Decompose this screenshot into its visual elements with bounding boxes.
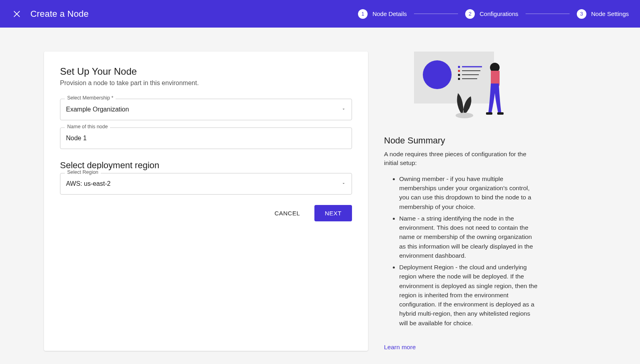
- node-name-field: Name of this node: [60, 127, 352, 149]
- learn-more-link[interactable]: Learn more: [384, 344, 416, 350]
- svg-rect-13: [486, 112, 492, 115]
- node-name-field-label: Name of this node: [65, 124, 110, 129]
- region-value: AWS: us-east-2: [66, 180, 110, 187]
- step-connector: [526, 14, 570, 14]
- svg-rect-6: [458, 74, 460, 76]
- page-title: Create a Node: [30, 9, 89, 19]
- membership-field: Select Membership * Example Organization: [60, 99, 352, 120]
- list-item: Name - a string identifying the node in …: [399, 214, 540, 260]
- node-name-input-wrapper: [60, 127, 352, 149]
- summary-list: Owning member - if you have multiple mem…: [384, 174, 540, 328]
- sidebar: Node Summary A node requires three piece…: [384, 52, 540, 351]
- next-button[interactable]: NEXT: [314, 205, 352, 221]
- step-node-settings[interactable]: 3 Node Settings: [577, 9, 629, 19]
- stepper: 1 Node Details 2 Configurations 3 Node S…: [358, 9, 629, 19]
- form-actions: CANCEL NEXT: [60, 205, 352, 221]
- chevron-down-icon: [341, 106, 346, 113]
- svg-rect-4: [458, 66, 460, 68]
- step-node-details[interactable]: 1 Node Details: [358, 9, 407, 19]
- close-icon[interactable]: [11, 8, 22, 20]
- region-field-label: Select Region: [65, 169, 101, 175]
- summary-heading: Node Summary: [384, 135, 540, 146]
- step-number: 2: [465, 9, 475, 19]
- chevron-down-icon: [341, 180, 346, 187]
- step-label: Configurations: [480, 10, 518, 17]
- step-label: Node Details: [372, 10, 407, 17]
- membership-value: Example Organization: [66, 106, 129, 113]
- svg-rect-14: [497, 112, 504, 115]
- step-connector: [414, 14, 458, 14]
- svg-point-3: [423, 60, 452, 89]
- step-number: 3: [577, 9, 586, 19]
- card-subtitle: Provision a node to take part in this en…: [60, 80, 352, 87]
- list-item: Owning member - if you have multiple mem…: [399, 174, 540, 211]
- region-field: Select Region AWS: us-east-2: [60, 173, 352, 195]
- cancel-button[interactable]: CANCEL: [272, 206, 302, 221]
- node-name-input[interactable]: [66, 135, 346, 142]
- membership-field-label: Select Membership *: [65, 95, 116, 101]
- app-bar: Create a Node 1 Node Details 2 Configura…: [0, 0, 640, 28]
- step-number: 1: [358, 9, 368, 19]
- summary-illustration-icon: [402, 52, 522, 127]
- step-label: Node Settings: [591, 10, 629, 17]
- form-card: Set Up Your Node Provision a node to tak…: [44, 52, 368, 351]
- svg-rect-7: [458, 78, 460, 80]
- membership-select[interactable]: Example Organization: [60, 99, 352, 120]
- region-section-heading: Select deployment region: [60, 160, 352, 171]
- region-select[interactable]: AWS: us-east-2: [60, 173, 352, 195]
- step-configurations[interactable]: 2 Configurations: [465, 9, 518, 19]
- svg-point-15: [456, 113, 473, 118]
- list-item: Deployment Region - the cloud and underl…: [399, 263, 540, 328]
- card-heading: Set Up Your Node: [60, 66, 352, 77]
- main-content: Set Up Your Node Provision a node to tak…: [0, 28, 584, 364]
- summary-intro: A node requires three pieces of configur…: [384, 150, 540, 168]
- svg-rect-5: [458, 70, 460, 72]
